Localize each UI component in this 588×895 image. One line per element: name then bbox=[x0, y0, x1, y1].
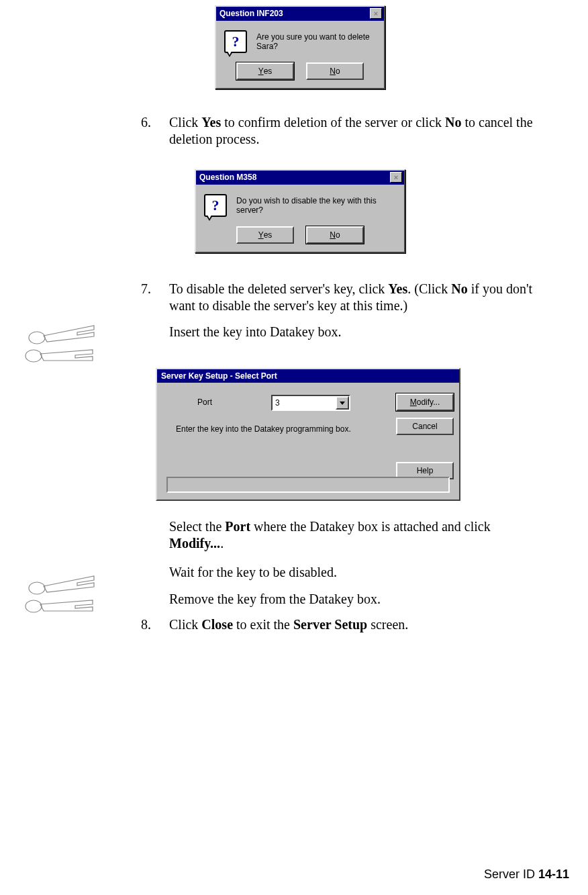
step-number: 6. bbox=[141, 114, 157, 148]
dialog-title: Question INF203 bbox=[219, 9, 283, 18]
instruction-text: Remove the key from the Datakey box. bbox=[169, 591, 572, 608]
dialog-titlebar: Question INF203 × bbox=[216, 7, 384, 21]
step-text: Click Close to exit the Server Setup scr… bbox=[169, 616, 544, 633]
hint-text: Enter the key into the Datakey programmi… bbox=[176, 424, 351, 434]
instruction-text: Select the Port where the Datakey box is… bbox=[169, 518, 545, 552]
chevron-down-icon[interactable] bbox=[336, 396, 349, 410]
dialog-message: Are you sure you want to delete Sara? bbox=[256, 32, 376, 51]
svg-point-3 bbox=[26, 600, 42, 612]
instruction-text: Wait for the key to be disabled. bbox=[169, 564, 572, 581]
port-label: Port bbox=[197, 397, 212, 407]
window-title: Server Key Setup - Select Port bbox=[157, 369, 459, 383]
no-button[interactable]: No bbox=[306, 226, 364, 244]
close-icon[interactable]: × bbox=[390, 172, 402, 183]
yes-button[interactable]: Yes bbox=[236, 226, 294, 244]
port-value: 3 bbox=[275, 398, 280, 408]
instruction-text: Insert the key into Datakey box. bbox=[169, 324, 544, 340]
modify-button[interactable]: Modify... bbox=[396, 393, 454, 411]
svg-point-0 bbox=[29, 332, 45, 344]
dialog-title: Question M358 bbox=[199, 173, 256, 182]
server-key-setup-window: Server Key Setup - Select Port Port 3 En… bbox=[156, 368, 460, 501]
svg-point-1 bbox=[26, 350, 42, 362]
cancel-button[interactable]: Cancel bbox=[396, 418, 454, 435]
page-footer: Server ID 14-11 bbox=[484, 867, 569, 882]
dialog-message: Do you wish to disable the key with this… bbox=[236, 196, 396, 215]
status-bar bbox=[166, 477, 450, 493]
dialog-m358: Question M358 × ? Do you wish to disable… bbox=[195, 169, 405, 253]
port-combo[interactable]: 3 bbox=[271, 395, 350, 411]
close-icon[interactable]: × bbox=[370, 8, 382, 19]
step-number: 8. bbox=[141, 616, 157, 633]
keys-illustration bbox=[20, 569, 114, 623]
dialog-inf203: Question INF203 × ? Are you sure you wan… bbox=[215, 5, 385, 89]
question-icon: ? bbox=[224, 30, 247, 53]
step-text: Click Yes to confirm deletion of the ser… bbox=[169, 114, 544, 148]
step-text: To disable the deleted server's key, cli… bbox=[169, 281, 544, 340]
svg-point-2 bbox=[29, 582, 45, 594]
step-number: 7. bbox=[141, 281, 157, 340]
question-icon: ? bbox=[204, 194, 227, 217]
yes-button[interactable]: Yes bbox=[236, 62, 294, 80]
keys-illustration bbox=[20, 319, 114, 373]
dialog-titlebar: Question M358 × bbox=[196, 171, 404, 185]
no-button[interactable]: No bbox=[306, 62, 364, 80]
